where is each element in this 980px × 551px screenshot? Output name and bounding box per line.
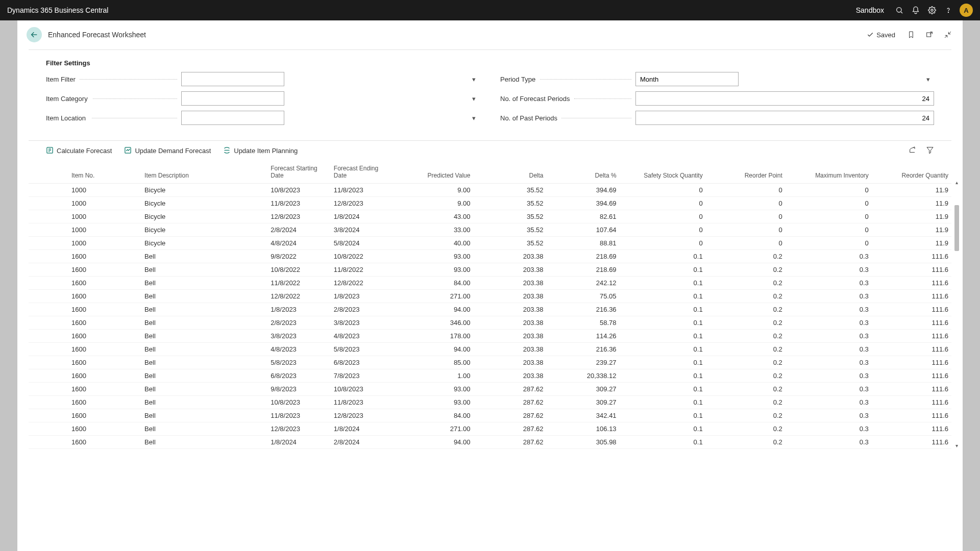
cell-fc-end: 5/8/2024: [331, 237, 394, 250]
col-fc-end[interactable]: Forecast Ending Date: [331, 161, 394, 184]
table-row[interactable]: 1600Bell12/8/20221/8/2023271.00203.3875.…: [29, 290, 951, 303]
item-filter-input[interactable]: [181, 72, 284, 86]
col-predicted[interactable]: Predicted Value: [394, 161, 473, 184]
notifications-icon[interactable]: [908, 2, 924, 18]
cell-reorder-qty: 11.9: [872, 184, 951, 197]
cell-reorder-point: 0.2: [706, 330, 786, 343]
cell-predicted: 85.00: [394, 356, 473, 369]
col-max-inv[interactable]: Maximum Inventory: [786, 161, 872, 184]
cell-safety: 0.1: [620, 250, 706, 263]
cell-item-desc: Bell: [141, 250, 267, 263]
table-row[interactable]: 1600Bell4/8/20235/8/202394.00203.38216.3…: [29, 343, 951, 356]
filter-row-period-type: Period Type ▾: [500, 72, 934, 86]
action-label: Calculate Forecast: [57, 147, 112, 155]
bookmark-icon[interactable]: [905, 29, 917, 40]
cell-item-desc: Bell: [141, 383, 267, 396]
help-icon[interactable]: [940, 2, 957, 18]
col-reorder-qty[interactable]: Reorder Quantity: [872, 161, 951, 184]
col-fc-start[interactable]: Forecast Starting Date: [267, 161, 331, 184]
cell-item-desc: Bell: [141, 343, 267, 356]
filter-icon[interactable]: [926, 146, 934, 156]
cell-reorder-qty: 111.6: [872, 277, 951, 290]
past-periods-input[interactable]: [635, 111, 934, 125]
settings-icon[interactable]: [924, 2, 940, 18]
user-avatar[interactable]: A: [960, 4, 973, 17]
cell-reorder-qty: 111.6: [872, 343, 951, 356]
update-item-planning-button[interactable]: Update Item Planning: [223, 146, 298, 156]
table-row[interactable]: 1600Bell12/8/20231/8/2024271.00287.62106…: [29, 422, 951, 436]
table-row[interactable]: 1600Bell5/8/20236/8/202385.00203.38239.2…: [29, 356, 951, 369]
table-row[interactable]: 1600Bell10/8/202311/8/202393.00287.62309…: [29, 396, 951, 409]
cell-predicted: 43.00: [394, 210, 473, 223]
calculate-forecast-button[interactable]: Calculate Forecast: [46, 146, 112, 156]
filter-row-past-periods: No. of Past Periods: [500, 111, 934, 125]
cell-fc-start: 1/8/2024: [267, 436, 331, 449]
cell-delta: 287.62: [473, 396, 546, 409]
period-type-select[interactable]: [635, 72, 739, 86]
cell-safety: 0.1: [620, 316, 706, 330]
cell-fc-start: 11/8/2023: [267, 197, 331, 210]
app-title: Dynamics 365 Business Central: [7, 6, 856, 14]
application-topbar: Dynamics 365 Business Central Sandbox A: [0, 0, 980, 20]
col-item-desc[interactable]: Item Description: [141, 161, 267, 184]
item-location-input[interactable]: [181, 111, 284, 125]
cell-delta: 287.62: [473, 383, 546, 396]
table-row[interactable]: 1600Bell11/8/202312/8/202384.00287.62342…: [29, 409, 951, 422]
item-category-input[interactable]: [181, 91, 284, 106]
cell-max-inv: 0: [786, 237, 872, 250]
col-item-no[interactable]: Item No.: [68, 161, 141, 184]
col-delta-pct[interactable]: Delta %: [547, 161, 620, 184]
scroll-track[interactable]: [954, 186, 959, 442]
table-row[interactable]: 1600Bell11/8/202212/8/202284.00203.38242…: [29, 277, 951, 290]
cell-max-inv: 0.3: [786, 290, 872, 303]
filter-heading: Filter Settings: [46, 59, 934, 67]
cell-delta: 203.38: [473, 277, 546, 290]
popout-icon[interactable]: [924, 29, 935, 40]
table-row[interactable]: 1600Bell2/8/20233/8/2023346.00203.3858.7…: [29, 316, 951, 330]
table-row[interactable]: 1600Bell1/8/20242/8/202494.00287.62305.9…: [29, 436, 951, 449]
cell-safety: 0.1: [620, 409, 706, 422]
table-row[interactable]: 1600Bell1/8/20232/8/202394.00203.38216.3…: [29, 303, 951, 316]
cell-delta-pct: 107.64: [547, 223, 620, 237]
cell-item-no: 1600: [68, 369, 141, 383]
table-row[interactable]: 1000Bicycle10/8/202311/8/20239.0035.5239…: [29, 184, 951, 197]
cell-max-inv: 0.3: [786, 343, 872, 356]
share-icon[interactable]: [909, 146, 917, 156]
col-safety[interactable]: Safety Stock Quantity: [620, 161, 706, 184]
cell-safety: 0.1: [620, 356, 706, 369]
scroll-thumb[interactable]: [954, 205, 959, 251]
table-row[interactable]: 1600Bell9/8/202310/8/202393.00287.62309.…: [29, 383, 951, 396]
cell-delta: 287.62: [473, 409, 546, 422]
cell-item-desc: Bell: [141, 356, 267, 369]
scroll-down-arrow[interactable]: ▾: [953, 442, 961, 449]
table-row[interactable]: 1600Bell6/8/20237/8/20231.00203.3820,338…: [29, 369, 951, 383]
cell-fc-start: 10/8/2023: [267, 184, 331, 197]
cell-max-inv: 0.3: [786, 303, 872, 316]
search-icon[interactable]: [891, 2, 908, 18]
cell-safety: 0.1: [620, 330, 706, 343]
update-demand-forecast-button[interactable]: Update Demand Forecast: [124, 146, 211, 156]
vertical-scrollbar[interactable]: ▴ ▾: [953, 179, 961, 449]
chevron-down-icon: ▾: [472, 95, 476, 103]
cell-delta: 203.38: [473, 330, 546, 343]
scroll-up-arrow[interactable]: ▴: [953, 179, 961, 186]
cell-item-no: 1600: [68, 422, 141, 436]
col-delta[interactable]: Delta: [473, 161, 546, 184]
table-row[interactable]: 1600Bell10/8/202211/8/202293.00203.38218…: [29, 263, 951, 277]
table-row[interactable]: 1000Bicycle12/8/20231/8/202443.0035.5282…: [29, 210, 951, 223]
table-row[interactable]: 1000Bicycle11/8/202312/8/20239.0035.5239…: [29, 197, 951, 210]
col-reorder-point[interactable]: Reorder Point: [706, 161, 786, 184]
cell-fc-end: 12/8/2023: [331, 197, 394, 210]
cell-item-no: 1600: [68, 356, 141, 369]
cell-max-inv: 0: [786, 210, 872, 223]
forecast-periods-input[interactable]: [635, 91, 934, 106]
back-button[interactable]: [27, 27, 42, 42]
table-row[interactable]: 1600Bell3/8/20234/8/2023178.00203.38114.…: [29, 330, 951, 343]
table-row[interactable]: 1000Bicycle2/8/20243/8/202433.0035.52107…: [29, 223, 951, 237]
cell-max-inv: 0.3: [786, 356, 872, 369]
collapse-icon[interactable]: [942, 29, 953, 40]
cell-item-desc: Bell: [141, 422, 267, 436]
table-row[interactable]: 1600Bell9/8/202210/8/202293.00203.38218.…: [29, 250, 951, 263]
table-row[interactable]: 1000Bicycle4/8/20245/8/202440.0035.5288.…: [29, 237, 951, 250]
cell-max-inv: 0.3: [786, 422, 872, 436]
